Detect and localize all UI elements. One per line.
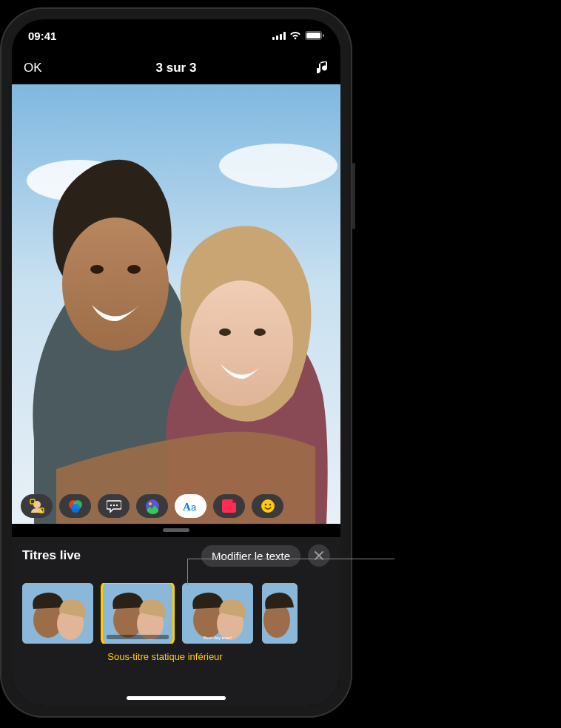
power-button (352, 163, 355, 229)
title-style-option[interactable] (22, 583, 93, 644)
page-title: 3 sur 3 (156, 61, 197, 75)
battery-icon (305, 31, 324, 40)
thumb-preview-icon (262, 583, 298, 644)
title-style-thumbnails[interactable]: Best day ever! (12, 583, 340, 644)
svg-point-9 (219, 144, 337, 188)
edit-text-button[interactable]: Modifier le texte (201, 545, 300, 567)
text-style-button[interactable]: Aa (175, 494, 206, 518)
thumb-preview-icon: Best day ever! (182, 583, 253, 644)
svg-point-31 (269, 504, 271, 506)
svg-point-14 (219, 328, 231, 336)
title-style-option[interactable]: Best day ever! (182, 583, 253, 644)
svg-rect-3 (283, 32, 286, 40)
notch (107, 19, 245, 41)
sticker-icon (222, 499, 237, 513)
svg-point-11 (90, 265, 104, 274)
svg-text:Best day ever!: Best day ever! (204, 636, 232, 640)
title-style-option[interactable] (262, 583, 298, 644)
svg-point-10 (62, 218, 169, 351)
svg-point-26 (149, 502, 152, 505)
live-titles-panel: Titres live Modifier le texte Best day e… (12, 537, 340, 706)
annotation-callout-line (187, 559, 394, 559)
memoji-button[interactable] (21, 494, 53, 518)
photo-illustration (12, 84, 340, 524)
effects-toolbar: Aa (12, 494, 340, 518)
svg-text:a: a (191, 502, 197, 512)
music-note-icon (317, 61, 329, 75)
filters-icon (67, 498, 84, 514)
status-indicators (272, 31, 324, 40)
svg-rect-5 (306, 33, 320, 38)
svg-text:A: A (183, 501, 191, 512)
svg-point-29 (261, 499, 275, 513)
svg-point-13 (189, 280, 293, 406)
svg-point-21 (71, 504, 80, 513)
stickers-button[interactable] (213, 494, 245, 518)
cellular-signal-icon (272, 32, 286, 40)
emoji-button[interactable] (252, 494, 283, 518)
svg-point-12 (127, 265, 141, 274)
clip-preview[interactable]: Aa (12, 84, 340, 524)
music-button[interactable] (311, 61, 329, 75)
svg-rect-1 (276, 36, 278, 40)
svg-point-23 (112, 505, 114, 506)
memoji-icon (29, 498, 45, 514)
photos-icon (144, 498, 161, 514)
home-indicator[interactable] (127, 696, 226, 700)
svg-point-15 (254, 328, 266, 336)
emoji-icon (261, 499, 275, 513)
thumb-preview-icon (22, 583, 93, 644)
filters-button[interactable] (59, 494, 91, 518)
wifi-icon (289, 31, 301, 40)
iphone-frame: 09:41 OK 3 sur 3 (0, 7, 352, 718)
ok-button[interactable]: OK (24, 61, 42, 75)
caption-overlay-icon (107, 635, 169, 639)
screen: 09:41 OK 3 sur 3 (12, 19, 340, 706)
svg-point-22 (110, 505, 111, 506)
title-style-option-selected[interactable] (102, 583, 173, 644)
svg-point-24 (115, 505, 117, 506)
photos-button[interactable] (136, 494, 168, 518)
panel-title: Titres live (22, 548, 194, 563)
status-time: 09:41 (28, 30, 56, 42)
speech-bubble-button[interactable] (98, 494, 130, 518)
panel-header: Titres live Modifier le texte (12, 545, 340, 567)
close-panel-button[interactable] (308, 545, 330, 567)
panel-grabber[interactable] (163, 528, 189, 532)
svg-rect-6 (323, 34, 324, 37)
svg-point-30 (264, 504, 266, 506)
svg-rect-2 (280, 34, 282, 40)
nav-bar: OK 3 sur 3 (12, 52, 340, 84)
svg-rect-0 (272, 37, 275, 40)
selected-style-label: Sous-titre statique inférieur (12, 651, 340, 662)
text-style-icon: Aa (183, 500, 199, 512)
speech-bubble-icon (107, 499, 121, 513)
